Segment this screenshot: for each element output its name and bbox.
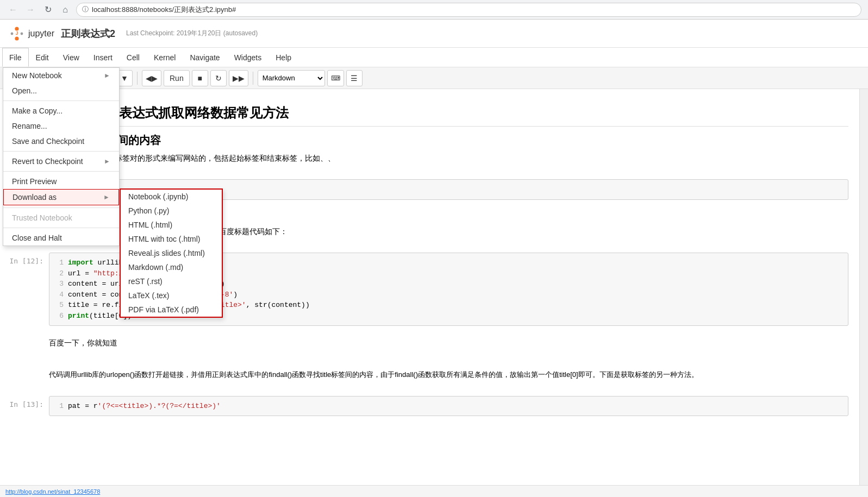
separator-4 <box>3 207 119 208</box>
menu-navigate[interactable]: Navigate <box>183 48 227 67</box>
menu-cell[interactable]: Cell <box>120 48 147 67</box>
menu-rename[interactable]: Rename... <box>3 118 119 134</box>
run-label: Run <box>170 74 184 83</box>
prompt-in12: In [12]: <box>0 253 49 326</box>
heading-1: 1 四、正则表达式抓取网络数据常见方法 <box>56 104 848 127</box>
download-py[interactable]: Python (.py) <box>121 204 222 218</box>
cell-prompt-desc <box>0 364 49 389</box>
download-html-toc[interactable]: HTML with toc (.html) <box>121 232 222 246</box>
run-button[interactable]: Run <box>164 70 190 86</box>
menu-print-preview[interactable]: Print Preview <box>3 174 119 189</box>
back-button[interactable]: ← <box>7 3 20 16</box>
download-rst[interactable]: reST (.rst) <box>121 274 222 288</box>
cell-type-select[interactable]: Markdown Code Raw NBConvert Heading <box>258 70 325 86</box>
menu-open[interactable]: Open... <box>3 83 119 98</box>
separator-1 <box>3 100 119 101</box>
menu-view[interactable]: View <box>56 48 86 67</box>
jupyter-logo: J jupyter <box>9 26 54 42</box>
cell-1: 1 四、正则表达式抓取网络数据常见方法 1.1 抓取标签间的内容 HTML语言是… <box>0 100 859 173</box>
para-3: 百度一下，你就知道 <box>49 337 848 349</box>
heading-2: 1.1 抓取标签间的内容 <box>56 133 848 148</box>
lock-icon: ⓘ <box>82 5 89 14</box>
status-bar: http://blog.csdn.net/sinat_12345678 <box>0 485 868 497</box>
home-button[interactable]: ⌂ <box>59 3 72 16</box>
restart-button[interactable]: ↻ <box>210 70 227 86</box>
restart-run-button[interactable]: ▶▶ <box>229 70 248 86</box>
checkpoint-info: Last Checkpoint: 2019年1月20日 (autosaved) <box>126 29 258 38</box>
menu-save-checkpoint[interactable]: Save and Checkpoint <box>3 134 119 149</box>
svg-point-3 <box>21 32 23 35</box>
submenu-arrow-3: ► <box>103 193 110 201</box>
keyboard-shortcut-button[interactable]: ⌨ <box>327 70 344 86</box>
forward-button[interactable]: → <box>24 3 37 16</box>
refresh-button[interactable]: ↻ <box>41 3 54 16</box>
cell-desc-para: 代码调用urllib库的urlopen()函数打开超链接，并借用正则表达式库中的… <box>0 364 859 389</box>
code-13-1: 1 pat = r'(?<=<title>).*?(?=</title>)' <box>55 401 842 412</box>
download-submenu: Notebook (.ipynb) Python (.py) HTML (.ht… <box>120 188 223 318</box>
browser-chrome: ← → ↻ ⌂ ⓘ localhost:8888/notebooks/正则表达式… <box>0 0 868 20</box>
menu-file[interactable]: File New Notebook ► Open... Make a Copy.… <box>2 48 29 67</box>
jupyter-header: J jupyter 正则表达式2 Last Checkpoint: 2019年1… <box>0 20 868 48</box>
heading-cell-1: 1 四、正则表达式抓取网络数据常见方法 1.1 抓取标签间的内容 HTML语言是… <box>49 100 848 173</box>
para-4: 代码调用urllib库的urlopen()函数打开超链接，并借用正则表达式库中的… <box>49 369 848 381</box>
address-bar[interactable]: ⓘ localhost:8888/notebooks/正则表达式2.ipynb# <box>76 3 861 17</box>
menu-widgets[interactable]: Widgets <box>227 48 269 67</box>
toolbar: 💾 + ✂ ⎘ 📋 ▲ ▼ ◀▶ Run ■ ↻ ▶▶ Markdown Cod… <box>0 67 868 89</box>
separator-2 <box>3 151 119 152</box>
download-latex[interactable]: LaTeX (.tex) <box>121 288 222 303</box>
notebook-title[interactable]: 正则表达式2 <box>61 27 115 40</box>
download-md[interactable]: Markdown (.md) <box>121 260 222 274</box>
toolbar-sep-1 <box>137 72 138 85</box>
markdown-desc: 代码调用urllib库的urlopen()函数打开超链接，并借用正则表达式库中的… <box>49 364 848 389</box>
menu-edit[interactable]: Edit <box>29 48 56 67</box>
menu-bar: File New Notebook ► Open... Make a Copy.… <box>0 48 868 67</box>
status-link[interactable]: http://blog.csdn.net/sinat_12345678 <box>5 488 100 495</box>
markdown-out: 百度一下，你就知道 <box>49 332 848 357</box>
cell-prompt-out <box>0 332 49 357</box>
separator-5 <box>3 228 119 228</box>
svg-point-1 <box>15 36 18 40</box>
para-1: HTML语言是采用标签对的形式来编写网站的，包括起始标签和结束标签，比如、、 <box>56 152 848 164</box>
submenu-arrow-2: ► <box>104 158 110 165</box>
menu-close-halt[interactable]: Close and Halt <box>3 230 119 246</box>
menu-new-notebook[interactable]: New Notebook ► <box>3 68 119 83</box>
fast-backward-button[interactable]: ◀▶ <box>142 70 161 86</box>
prompt-in13: In [13]: <box>0 396 49 417</box>
menu-trusted-notebook[interactable]: Trusted Notebook <box>3 210 119 225</box>
separator-3 <box>3 171 119 172</box>
right-scrollbar[interactable] <box>859 89 868 497</box>
submenu-arrow: ► <box>104 72 110 79</box>
cell-output-para: 百度一下，你就知道 <box>0 332 859 357</box>
cell-content-out: 百度一下，你就知道 <box>49 332 859 357</box>
menu-download-as[interactable]: Download as ► <box>3 189 119 205</box>
svg-text:J: J <box>16 30 18 36</box>
download-html[interactable]: HTML (.html) <box>121 218 222 232</box>
cell-content-1: 1 四、正则表达式抓取网络数据常见方法 1.1 抓取标签间的内容 HTML语言是… <box>49 100 859 173</box>
code-content-13: 1 pat = r'(?<=<title>).*?(?=</title>)' <box>49 396 859 417</box>
download-revealjs[interactable]: Reveal.js slides (.html) <box>121 246 222 260</box>
download-pdf[interactable]: PDF via LaTeX (.pdf) <box>121 303 222 317</box>
url-text: localhost:8888/notebooks/正则表达式2.ipynb# <box>92 5 236 15</box>
toolbar-sep-2 <box>253 72 253 85</box>
menu-make-copy[interactable]: Make a Copy... <box>3 103 119 118</box>
cell-in13: In [13]: 1 pat = r'(?<=<title>).*?(?=</t… <box>0 396 859 417</box>
menu-help[interactable]: Help <box>268 48 298 67</box>
svg-point-0 <box>15 27 18 30</box>
file-dropdown: New Notebook ► Open... Make a Copy... Re… <box>3 67 120 246</box>
cell-content-desc: 代码调用urllib库的urlopen()函数打开超链接，并借用正则表达式库中的… <box>49 364 859 389</box>
jupyter-logo-svg: J <box>9 26 25 42</box>
code-cell-13[interactable]: 1 pat = r'(?<=<title>).*?(?=</title>)' <box>49 396 848 417</box>
menu-kernel[interactable]: Kernel <box>147 48 183 67</box>
stop-button[interactable]: ■ <box>192 70 208 86</box>
jupyter-wordmark: jupyter <box>28 29 54 39</box>
svg-point-2 <box>11 32 14 35</box>
menu-revert-checkpoint[interactable]: Revert to Checkpoint ► <box>3 154 119 169</box>
command-palette-button[interactable]: ☰ <box>346 70 363 86</box>
download-ipynb[interactable]: Notebook (.ipynb) <box>121 190 222 204</box>
menu-insert[interactable]: Insert <box>86 48 120 67</box>
